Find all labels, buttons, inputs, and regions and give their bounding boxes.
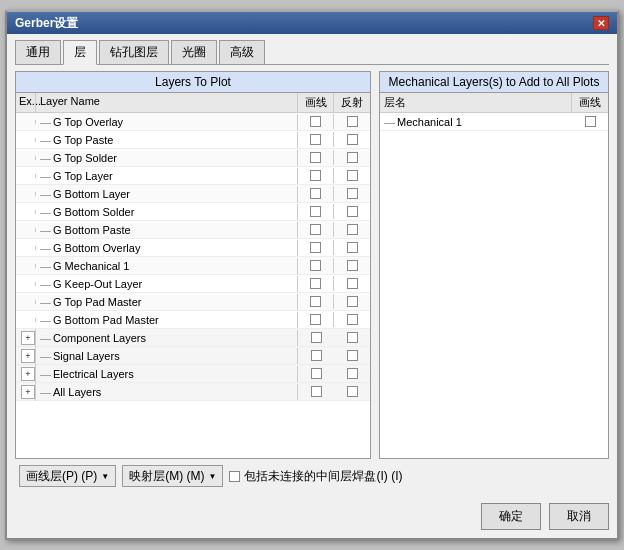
group-name: —Component Layers — [36, 330, 298, 346]
draw-checkbox[interactable] — [310, 224, 321, 235]
layer-draw-checkbox[interactable] — [298, 204, 334, 219]
group-draw-cb[interactable] — [311, 332, 322, 343]
layer-group-row: + —All Layers — [16, 383, 370, 401]
reflect-checkbox[interactable] — [347, 296, 358, 307]
draw-checkbox[interactable] — [310, 134, 321, 145]
layer-reflect-checkbox[interactable] — [334, 114, 370, 129]
tab-advanced[interactable]: 高级 — [219, 40, 265, 64]
layer-reflect-checkbox[interactable] — [334, 168, 370, 183]
group-expand-col: + — [16, 383, 36, 401]
main-content: Layers To Plot Ex... Layer Name 画线 反射 —G… — [15, 71, 609, 459]
draw-checkbox[interactable] — [310, 314, 321, 325]
ok-button[interactable]: 确定 — [481, 503, 541, 530]
group-reflect-cb[interactable] — [347, 350, 358, 361]
reflect-checkbox[interactable] — [347, 116, 358, 127]
mech-draw-cb[interactable] — [585, 116, 596, 127]
layer-reflect-checkbox[interactable] — [334, 276, 370, 291]
draw-checkbox[interactable] — [310, 278, 321, 289]
layer-reflect-checkbox[interactable] — [334, 312, 370, 327]
group-draw-checkbox[interactable] — [298, 350, 334, 361]
layer-draw-checkbox[interactable] — [298, 168, 334, 183]
close-button[interactable]: ✕ — [593, 16, 609, 30]
reflect-checkbox[interactable] — [347, 206, 358, 217]
reflect-checkbox[interactable] — [347, 242, 358, 253]
group-draw-cb[interactable] — [311, 350, 322, 361]
group-draw-checkbox[interactable] — [298, 332, 334, 343]
group-draw-cb[interactable] — [311, 368, 322, 379]
group-reflect-checkbox[interactable] — [334, 386, 370, 397]
draw-checkbox[interactable] — [310, 206, 321, 217]
group-draw-checkbox[interactable] — [298, 368, 334, 379]
layer-row: —G Top Overlay — [16, 113, 370, 131]
draw-layer-button[interactable]: 画线层(P) (P) ▼ — [19, 465, 116, 487]
layer-draw-checkbox[interactable] — [298, 114, 334, 129]
cancel-button[interactable]: 取消 — [549, 503, 609, 530]
layer-draw-checkbox[interactable] — [298, 294, 334, 309]
reflect-checkbox[interactable] — [347, 152, 358, 163]
expand-button[interactable]: + — [21, 331, 35, 345]
layer-draw-checkbox[interactable] — [298, 132, 334, 147]
layer-list: —G Top Overlay —G Top Paste —G Top Solde… — [16, 113, 370, 458]
draw-checkbox[interactable] — [310, 152, 321, 163]
layer-ex — [16, 120, 36, 124]
reflect-layer-button[interactable]: 映射层(M) (M) ▼ — [122, 465, 223, 487]
layer-draw-checkbox[interactable] — [298, 312, 334, 327]
draw-checkbox[interactable] — [310, 242, 321, 253]
expand-button[interactable]: + — [21, 367, 35, 381]
reflect-checkbox[interactable] — [347, 188, 358, 199]
layer-name: —G Bottom Layer — [36, 186, 298, 202]
layer-group-row: + —Component Layers — [16, 329, 370, 347]
layer-ex — [16, 318, 36, 322]
group-reflect-cb[interactable] — [347, 368, 358, 379]
group-reflect-cb[interactable] — [347, 386, 358, 397]
include-unconnected-checkbox[interactable] — [229, 471, 240, 482]
layer-reflect-checkbox[interactable] — [334, 294, 370, 309]
layer-reflect-checkbox[interactable] — [334, 150, 370, 165]
layer-reflect-checkbox[interactable] — [334, 222, 370, 237]
col-name-header: Layer Name — [36, 93, 298, 112]
reflect-checkbox[interactable] — [347, 314, 358, 325]
layer-ex — [16, 210, 36, 214]
layer-draw-checkbox[interactable] — [298, 222, 334, 237]
layer-draw-checkbox[interactable] — [298, 186, 334, 201]
layer-reflect-checkbox[interactable] — [334, 258, 370, 273]
layer-reflect-checkbox[interactable] — [334, 204, 370, 219]
tab-general[interactable]: 通用 — [15, 40, 61, 64]
tab-aperture[interactable]: 光圈 — [171, 40, 217, 64]
layer-draw-checkbox[interactable] — [298, 258, 334, 273]
mech-layer-name: —Mechanical 1 — [380, 114, 572, 130]
layer-reflect-checkbox[interactable] — [334, 186, 370, 201]
expand-button[interactable]: + — [21, 349, 35, 363]
mechanical-layers-panel: Mechanical Layers(s) to Add to All Plots… — [379, 71, 609, 459]
reflect-checkbox[interactable] — [347, 260, 358, 271]
group-reflect-checkbox[interactable] — [334, 368, 370, 379]
tab-layers[interactable]: 层 — [63, 40, 97, 65]
window-title: Gerber设置 — [15, 15, 78, 32]
reflect-checkbox[interactable] — [347, 170, 358, 181]
draw-checkbox[interactable] — [310, 116, 321, 127]
tab-drill-layers[interactable]: 钻孔图层 — [99, 40, 169, 64]
draw-checkbox[interactable] — [310, 260, 321, 271]
layer-row: —G Bottom Overlay — [16, 239, 370, 257]
col-reflect-header: 反射 — [334, 93, 370, 112]
layer-draw-checkbox[interactable] — [298, 240, 334, 255]
layer-ex — [16, 246, 36, 250]
draw-checkbox[interactable] — [310, 188, 321, 199]
group-reflect-checkbox[interactable] — [334, 332, 370, 343]
reflect-checkbox[interactable] — [347, 224, 358, 235]
left-panel-header: Layers To Plot — [16, 72, 370, 93]
group-draw-checkbox[interactable] — [298, 386, 334, 397]
layer-draw-checkbox[interactable] — [298, 276, 334, 291]
mech-layer-draw-checkbox[interactable] — [572, 116, 608, 127]
draw-checkbox[interactable] — [310, 170, 321, 181]
reflect-checkbox[interactable] — [347, 134, 358, 145]
layer-draw-checkbox[interactable] — [298, 150, 334, 165]
group-reflect-checkbox[interactable] — [334, 350, 370, 361]
group-reflect-cb[interactable] — [347, 332, 358, 343]
reflect-checkbox[interactable] — [347, 278, 358, 289]
group-draw-cb[interactable] — [311, 386, 322, 397]
layer-reflect-checkbox[interactable] — [334, 132, 370, 147]
layer-reflect-checkbox[interactable] — [334, 240, 370, 255]
expand-button[interactable]: + — [21, 385, 35, 399]
draw-checkbox[interactable] — [310, 296, 321, 307]
